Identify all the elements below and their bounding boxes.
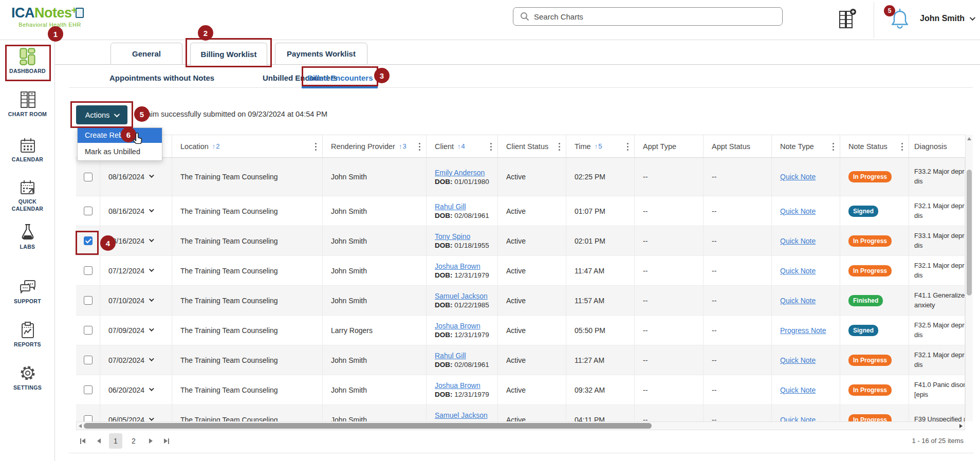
billed-date-cell[interactable]: 06/20/2024 [108,386,172,394]
icanotes-logo: ICANotes+ Behavioral Health EHR [11,5,99,28]
client-link[interactable]: Samuel Jackson [435,411,497,419]
header-appt-type[interactable]: Appt Type [635,135,704,157]
header-note-type[interactable]: Note Type [772,135,840,157]
tab-general[interactable]: General [110,43,182,65]
new-chart-cabinet-icon[interactable] [837,8,857,30]
note-type-link[interactable]: Quick Note [780,386,840,394]
billed-date-cell[interactable]: 07/02/2024 [108,356,172,364]
previous-page-button[interactable] [93,434,104,448]
tab-billing-worklist[interactable]: Billing Worklist [190,43,267,65]
row-checkbox[interactable] [84,415,93,421]
first-page-button[interactable] [77,434,88,448]
appt-type-cell: -- [635,345,704,375]
search-input[interactable] [534,12,782,21]
client-dob: DOB: 12/31/1979 [435,271,497,279]
header-note-status[interactable]: Note Status [840,135,909,157]
note-type-link[interactable]: Progress Note [780,326,840,335]
column-menu-icon[interactable] [901,146,903,147]
billed-date-cell[interactable]: 07/12/2024 [108,267,172,275]
reports-clipboard-icon [0,319,55,339]
client-link[interactable]: Tony Spino [435,232,497,241]
client-dob: DOB: 02/08/1961 [435,212,497,219]
note-type-link[interactable]: Quick Note [780,356,840,364]
column-menu-icon[interactable] [559,146,560,147]
horizontal-scrollbar[interactable] [76,421,965,430]
billed-date-cell[interactable]: 08/16/2024 [108,173,172,181]
provider-cell: Larry Rogers [323,316,427,345]
sidebar-item-reports[interactable]: REPORTS [0,319,55,348]
column-menu-icon[interactable] [419,146,420,147]
client-link[interactable]: Joshua Brown [435,322,497,330]
user-menu[interactable]: John Smith [920,14,974,23]
client-status-cell: Active [498,196,566,226]
client-status-cell: Active [498,375,566,404]
sidebar-item-settings[interactable]: SETTINGS [0,362,55,392]
subtab-appointments-without-notes[interactable]: Appointments without Notes [109,69,214,87]
note-type-link[interactable]: Quick Note [780,173,840,181]
row-checkbox[interactable] [84,385,93,394]
location-cell: The Training Team Counseling [172,286,323,315]
client-status-cell: Active [498,158,566,196]
page-1-button[interactable]: 1 [109,433,122,449]
notifications-bell[interactable]: 5 [888,7,913,32]
page-2-button[interactable]: 2 [127,433,140,449]
last-page-button[interactable] [161,434,172,448]
note-type-link[interactable]: Quick Note [780,416,840,422]
client-status-cell: Active [498,345,566,375]
tab-payments-worklist[interactable]: Payments Worklist [275,43,367,65]
billed-date-cell[interactable]: 06/05/2024 [108,416,172,422]
subtab-billed-encounters[interactable]: Billed Encounters [307,69,373,87]
header-time[interactable]: Time↑5 [566,135,635,157]
column-menu-icon[interactable] [627,146,628,147]
table-row: 06/05/2024 The Training Team Counseling … [76,405,965,421]
actions-button[interactable]: Actions [76,105,127,124]
header-location[interactable]: Location↑2 [172,135,323,157]
sort-indicator: ↑4 [457,142,465,150]
vertical-scrollbar[interactable] [965,135,973,421]
menu-item-create-rebill[interactable]: Create Rebill [78,128,162,143]
sidebar-item-support[interactable]: SUPPORT [0,275,55,305]
next-page-button[interactable] [145,434,156,448]
header-appt-status[interactable]: Appt Status [704,135,772,157]
client-link[interactable]: Rahul Gill [435,352,497,360]
row-checkbox[interactable] [84,296,93,305]
note-status-badge: In Progress [848,384,892,396]
client-link[interactable]: Emily Anderson [435,169,497,177]
billed-date-cell[interactable]: 08/16/2024 [108,237,172,245]
column-menu-icon[interactable] [315,146,317,147]
header-client[interactable]: Client↑4 [427,135,498,157]
billed-date-cell[interactable]: 07/09/2024 [108,326,172,335]
note-type-link[interactable]: Quick Note [780,207,840,215]
header-client-status[interactable]: Client Status [498,135,566,157]
sidebar-item-chart-room[interactable]: CHART ROOM [0,88,55,118]
sidebar-item-dashboard[interactable]: DASHBOARD [0,45,55,75]
scroll-right-arrow [959,424,963,428]
billed-date-cell[interactable]: 08/16/2024 [108,207,172,215]
provider-cell: John Smith [323,158,427,196]
column-menu-icon[interactable] [833,146,834,147]
note-type-link[interactable]: Quick Note [780,297,840,305]
horizontal-scroll-thumb [84,423,652,429]
provider-cell: John Smith [323,196,427,226]
row-checkbox[interactable] [84,207,93,215]
row-checkbox[interactable] [84,173,93,181]
client-link[interactable]: Joshua Brown [435,262,497,270]
row-checkbox[interactable] [84,236,93,245]
sidebar-item-calendar[interactable]: CALENDAR [0,134,55,163]
client-link[interactable]: Joshua Brown [435,381,497,390]
billed-date-cell[interactable]: 07/10/2024 [108,297,172,305]
client-link[interactable]: Samuel Jackson [435,292,497,300]
row-checkbox[interactable] [84,326,93,335]
note-type-link[interactable]: Quick Note [780,267,840,275]
column-menu-icon[interactable] [490,146,492,147]
client-link[interactable]: Rahul Gill [435,202,497,211]
note-type-link[interactable]: Quick Note [780,237,840,245]
header-rendering-provider[interactable]: Rendering Provider↑3 [323,135,427,157]
sidebar-item-labs[interactable]: LABS [0,221,55,251]
location-cell: The Training Team Counseling [172,316,323,345]
row-checkbox[interactable] [84,356,93,364]
row-checkbox[interactable] [84,266,93,275]
header-diagnosis[interactable]: Diagnosis [909,135,965,157]
menu-item-mark-as-unbilled[interactable]: Mark as Unbilled [78,143,162,160]
sidebar-item-quick-calendar[interactable]: QUICK CALENDAR [0,176,55,212]
